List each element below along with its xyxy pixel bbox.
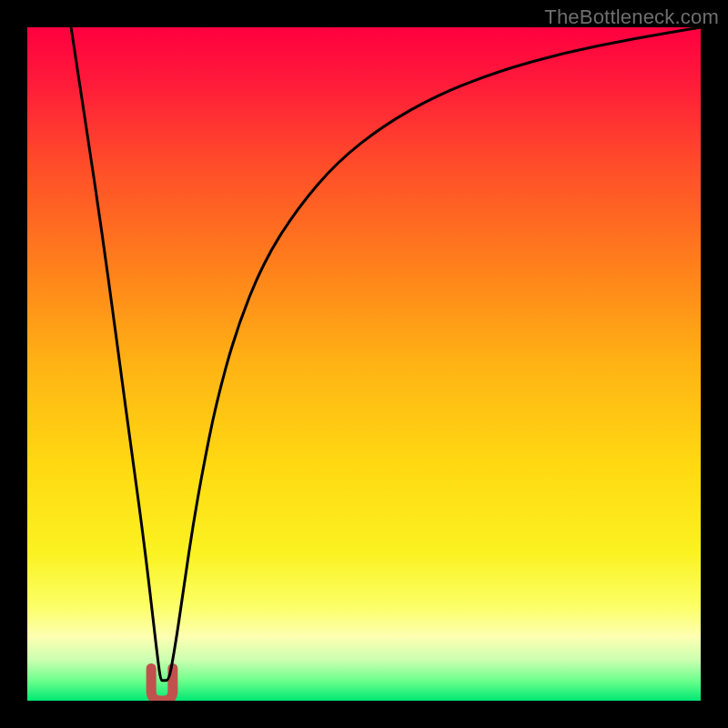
bottleneck-chart [27, 27, 701, 701]
heat-background [27, 27, 701, 701]
watermark-text: TheBottleneck.com [544, 5, 719, 29]
chart-frame [27, 27, 701, 701]
